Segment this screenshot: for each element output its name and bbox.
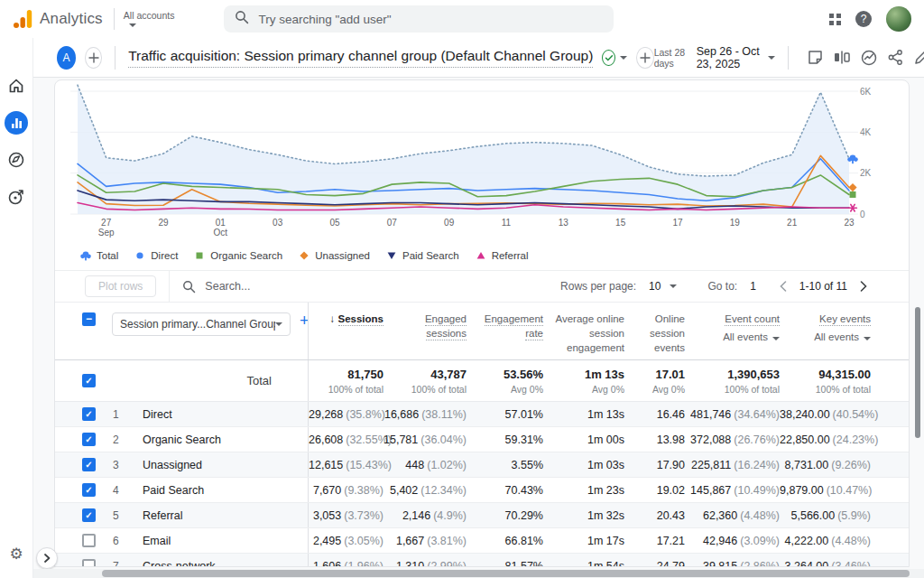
- row-checkbox[interactable]: [82, 433, 96, 446]
- channel-name: Cross-network: [143, 560, 216, 568]
- metric-cell: 481,746(34.64%): [685, 408, 780, 421]
- nav-home-icon[interactable]: [5, 74, 28, 98]
- column-header-event-count[interactable]: Event countAll events: [685, 312, 780, 344]
- legend-item-total[interactable]: Total: [80, 250, 118, 261]
- table-search-input[interactable]: Search...: [182, 280, 250, 294]
- svg-text:17: 17: [672, 218, 683, 228]
- column-header-average-online-session-engagement[interactable]: Average online session engagement: [543, 312, 624, 355]
- metric-cell: 1m 03s: [543, 459, 624, 471]
- share-icon[interactable]: [887, 49, 904, 66]
- metric-cell: 1m 17s: [543, 535, 624, 547]
- notes-icon[interactable]: [807, 49, 824, 66]
- vscroll-thumb[interactable]: [915, 307, 920, 438]
- table-row-organic-search: 2Organic Search26,608(32.55%)15,781(36.0…: [55, 427, 909, 452]
- legend-item-unassigned[interactable]: Unassigned: [299, 250, 370, 261]
- admin-gear-icon[interactable]: [9, 545, 23, 564]
- horizontal-scrollbar[interactable]: [33, 569, 924, 578]
- metric-cell: 1m 00s: [543, 434, 624, 446]
- table-row-unassigned: 3Unassigned12,615(15.43%)448(1.02%)3.55%…: [55, 452, 909, 478]
- row-checkbox[interactable]: [82, 534, 96, 547]
- svg-text:0: 0: [860, 210, 865, 219]
- rows-per-page-select[interactable]: 10: [649, 280, 661, 293]
- svg-text:13: 13: [559, 218, 569, 228]
- legend-label: Total: [97, 250, 118, 261]
- row-checkbox[interactable]: [82, 483, 96, 497]
- insights-icon[interactable]: [860, 49, 878, 67]
- channel-name: Email: [143, 535, 171, 547]
- metric-cell: 29,268(35.8%): [309, 408, 383, 421]
- metric-cell: 372,088(26.76%): [685, 434, 780, 446]
- metric-cell: 2,146(4.9%): [383, 509, 467, 522]
- customize-report-icon[interactable]: [913, 49, 924, 66]
- event-filter-select[interactable]: All events: [780, 330, 871, 344]
- row-checkbox[interactable]: [82, 407, 96, 421]
- totals-label: Total: [247, 374, 272, 387]
- svg-text:09: 09: [444, 218, 455, 228]
- legend-item-direct[interactable]: Direct: [134, 250, 178, 261]
- channel-name: Organic Search: [143, 434, 221, 446]
- help-icon[interactable]: [855, 11, 872, 27]
- chevron-down-icon: [772, 337, 780, 340]
- row-index: 4: [113, 484, 124, 497]
- select-all-checkbox[interactable]: [82, 312, 96, 326]
- nav-reports-icon-active[interactable]: [5, 111, 28, 135]
- metric-cell: 2,495(3.05%): [309, 535, 383, 547]
- column-label: Sessions: [338, 313, 384, 326]
- report-title[interactable]: Traffic acquisition: Session primary cha…: [128, 48, 593, 68]
- column-header-engaged-sessions[interactable]: Engaged sessions: [383, 312, 467, 340]
- dimension-selector[interactable]: Session primary...Channel Group): [112, 312, 291, 336]
- row-checkbox[interactable]: [82, 559, 96, 567]
- add-comparison-button[interactable]: [85, 47, 103, 69]
- account-avatar[interactable]: A: [57, 46, 76, 70]
- column-header-key-events[interactable]: Key eventsAll events: [780, 312, 871, 344]
- apps-grid-icon[interactable]: [829, 14, 841, 25]
- hscroll-thumb[interactable]: [102, 570, 910, 577]
- data-quality-icon[interactable]: [602, 50, 615, 66]
- chevron-down-icon[interactable]: [620, 56, 627, 60]
- metric-cell: 1m 32s: [543, 509, 624, 522]
- metric-cell: 19.02: [624, 484, 685, 497]
- legend-label: Referral: [492, 250, 529, 261]
- account-switcher[interactable]: All accounts: [124, 11, 175, 28]
- divider: [169, 270, 170, 303]
- next-page-icon[interactable]: [856, 281, 871, 292]
- user-avatar[interactable]: [886, 6, 911, 32]
- column-header-engagement-rate[interactable]: Engagement rate: [467, 312, 543, 340]
- nav-explore-icon[interactable]: [5, 148, 28, 172]
- svg-text:23: 23: [844, 218, 855, 228]
- row-checkbox[interactable]: [82, 508, 96, 522]
- column-header-online-session-events[interactable]: Online session events: [624, 312, 685, 355]
- metric-cell: 20.43: [624, 509, 685, 522]
- column-header-sessions[interactable]: ↓ Sessions: [309, 312, 383, 326]
- legend-item-referral[interactable]: Referral: [476, 250, 529, 261]
- event-filter-select[interactable]: All events: [685, 330, 780, 344]
- metric-cell: 17.90: [624, 459, 685, 471]
- pagination-range: 1-10 of 11: [799, 280, 847, 293]
- svg-text:29: 29: [158, 218, 169, 228]
- search-input[interactable]: Try searching "add user": [224, 5, 614, 33]
- expand-nav-button[interactable]: [36, 547, 58, 569]
- goto-page-input[interactable]: 1: [750, 280, 756, 293]
- add-metric-button[interactable]: [636, 47, 654, 69]
- metric-cell: 9,879.00(10.47%): [780, 484, 871, 497]
- total-metric-cell: 1m 13sAvg 0%: [543, 368, 624, 395]
- legend-item-paid-search[interactable]: Paid Search: [386, 250, 459, 261]
- table-row-cross-network: 7Cross-network1,606(1.96%)1,310(2.99%)81…: [55, 554, 909, 567]
- date-preset-label: Last 28 days: [654, 47, 686, 69]
- plot-rows-button[interactable]: Plot rows: [85, 275, 156, 297]
- chevron-down-icon: [275, 322, 282, 326]
- metric-cell: 1,667(3.81%): [383, 535, 467, 547]
- vertical-scrollbar[interactable]: [911, 78, 924, 569]
- metric-cell: 448(1.02%): [383, 459, 467, 471]
- total-metric-cell: 81,750100% of total: [309, 368, 383, 395]
- prev-page-icon[interactable]: [776, 281, 790, 292]
- legend-item-organic-search[interactable]: Organic Search: [194, 250, 282, 261]
- totals-checkbox[interactable]: [82, 374, 96, 387]
- row-checkbox[interactable]: [82, 458, 96, 471]
- chart-legend: TotalDirectOrganic SearchUnassignedPaid …: [55, 245, 909, 266]
- compare-reports-icon[interactable]: [833, 49, 851, 66]
- nav-advertising-icon[interactable]: [5, 185, 28, 209]
- date-range-picker[interactable]: Sep 26 - Oct 23, 2025: [697, 45, 762, 70]
- column-label: Average online session engagement: [555, 313, 624, 353]
- chevron-down-icon[interactable]: [670, 284, 677, 288]
